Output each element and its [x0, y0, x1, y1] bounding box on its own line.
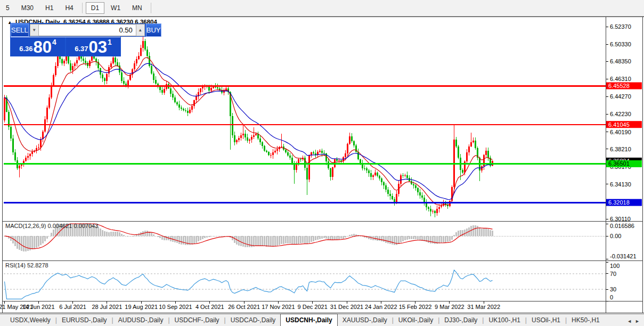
macd-indicator-label: MACD(12,26,9) 0.004621 0.007043: [5, 223, 98, 229]
timeframe-button-mn[interactable]: MN: [127, 2, 148, 14]
svg-text:0.00: 0.00: [610, 233, 621, 239]
rsi-indicator-label: RSI(14) 52.8278: [5, 262, 48, 268]
chart-tab-usdchf-daily[interactable]: USDCHF-,Daily: [170, 315, 224, 326]
chart-tab-ukoil-daily[interactable]: UKOil-,Daily: [394, 315, 438, 326]
time-axis[interactable]: 21 May 202114 Jun 20216 Jul 202128 Jul 2…: [0, 301, 500, 310]
svg-text:31 Mar 2022: 31 Mar 2022: [467, 304, 500, 310]
svg-text:9 Dec 2021: 9 Dec 2021: [298, 304, 328, 310]
sell-button[interactable]: SELL: [11, 23, 29, 37]
svg-text:6.32018: 6.32018: [608, 199, 630, 206]
chart-tab-audusd-daily[interactable]: AUDUSD-,Daily: [113, 315, 168, 326]
ma-slow-line: [5, 63, 493, 199]
svg-text:6.30110: 6.30110: [610, 216, 631, 222]
volume-stepper: ▼ ▲: [29, 23, 146, 37]
tab-scroll-right-icon[interactable]: ►: [635, 319, 640, 324]
volume-increase-button[interactable]: ▲: [136, 24, 145, 36]
svg-text:24 Jan 2022: 24 Jan 2022: [365, 304, 397, 310]
svg-text:6.34130: 6.34130: [610, 181, 631, 188]
bid-price-pip-digit: 4: [52, 38, 56, 46]
svg-text:6.36501: 6.36501: [608, 160, 630, 167]
svg-text:6.44270: 6.44270: [610, 93, 631, 100]
ask-price-pip-digit: 1: [108, 38, 112, 46]
rsi-panel: [4, 270, 606, 299]
timeframe-button-5[interactable]: 5: [1, 2, 15, 14]
chart-tab-eurusd-daily[interactable]: EURUSD-,Daily: [57, 315, 112, 326]
svg-text:6.46310: 6.46310: [610, 76, 631, 82]
chart-tab-uk100-h1[interactable]: UK100-,H1: [484, 315, 525, 326]
svg-text:19 Aug 2021: 19 Aug 2021: [125, 304, 158, 310]
svg-text:31 Dec 2021: 31 Dec 2021: [330, 304, 363, 310]
ask-price-big-digits: 03: [89, 40, 107, 55]
svg-text:6.45528: 6.45528: [608, 83, 630, 89]
svg-text:100: 100: [610, 263, 619, 269]
svg-text:-0.031421: -0.031421: [610, 253, 637, 259]
svg-text:9 Mar 2022: 9 Mar 2022: [435, 304, 464, 310]
timeframe-button-w1[interactable]: W1: [105, 2, 126, 14]
terminal-window: 5M30H1H4D1W1MN 6.523706.503306.483506.46…: [0, 0, 644, 326]
svg-text:6.48350: 6.48350: [610, 58, 631, 64]
bid-price-display[interactable]: 6.36 80 4: [11, 37, 66, 56]
chart-tab-usdcnh-daily[interactable]: USDCNH-,Daily: [280, 314, 337, 326]
timeframe-button-m30[interactable]: M30: [16, 2, 39, 14]
svg-text:28 Jul 2021: 28 Jul 2021: [92, 304, 122, 310]
svg-text:30: 30: [610, 286, 616, 292]
chart-tab-usdx-weekly[interactable]: USDX,Weekly: [5, 315, 55, 326]
ask-price-display[interactable]: 6.37 03 1: [66, 37, 120, 56]
chart-tab-hk50-h1[interactable]: HK50-,H1: [567, 315, 605, 326]
rsi-line: [5, 270, 493, 299]
ask-price-prefix: 6.37: [75, 45, 88, 53]
horizontal-level-lines[interactable]: [4, 86, 606, 202]
bid-price-prefix: 6.36: [19, 45, 32, 53]
volume-decrease-button[interactable]: ▼: [30, 24, 39, 36]
chart-tab-xauusd-daily[interactable]: XAUUSD-,Daily: [338, 315, 392, 326]
chart-tab-usdcad-daily[interactable]: USDCAD-,Daily: [226, 315, 281, 326]
volume-input[interactable]: [39, 24, 136, 36]
svg-text:6.50330: 6.50330: [610, 41, 631, 47]
svg-text:26 Oct 2021: 26 Oct 2021: [228, 304, 260, 310]
toolbar-separator: [151, 3, 151, 13]
macd-axis: 0.0165860.00-0.031421: [606, 223, 637, 259]
ma-fast-line: [5, 58, 493, 205]
svg-text:15 Feb 2022: 15 Feb 2022: [399, 304, 432, 310]
svg-text:70: 70: [610, 271, 616, 277]
svg-text:0: 0: [610, 294, 613, 300]
tab-scroll-left-icon[interactable]: ◄: [627, 319, 632, 324]
chart-tab-dj30-daily[interactable]: DJ30-,Daily: [439, 315, 482, 326]
timeframe-button-h4[interactable]: H4: [60, 2, 78, 14]
timeframe-button-h1[interactable]: H1: [40, 2, 59, 14]
svg-text:4 Oct 2021: 4 Oct 2021: [195, 304, 224, 310]
toolbar-separator: [82, 3, 83, 13]
rsi-axis: 10070300: [606, 262, 619, 301]
svg-text:6.38210: 6.38210: [610, 146, 631, 152]
timeframe-button-d1[interactable]: D1: [86, 2, 104, 14]
svg-text:6.42230: 6.42230: [610, 111, 631, 117]
svg-text:6.41045: 6.41045: [608, 121, 630, 128]
buy-button[interactable]: BUY: [146, 23, 161, 37]
one-click-trading-panel: SELL ▼ ▲ BUY 6.36 80 4 6.37 03 1: [11, 23, 120, 56]
svg-text:14 Jun 2021: 14 Jun 2021: [22, 304, 55, 310]
bid-price-big-digits: 80: [34, 40, 52, 55]
svg-text:17 Nov 2021: 17 Nov 2021: [262, 304, 295, 310]
svg-text:6 Jul 2021: 6 Jul 2021: [59, 304, 86, 310]
svg-text:0.016586: 0.016586: [610, 223, 634, 229]
svg-text:6.40190: 6.40190: [610, 129, 631, 135]
symbol-tab-bar: USDX,Weekly|EURUSD-,Daily|AUDUSD-,Daily|…: [0, 314, 644, 326]
price-axis[interactable]: 6.523706.503306.483506.463106.442706.422…: [606, 23, 642, 222]
svg-text:6.52370: 6.52370: [610, 23, 631, 30]
timeframe-toolbar: 5M30H1H4D1W1MN: [0, 0, 644, 17]
tab-scroll-buttons: ◄►: [627, 319, 644, 326]
chart-tab-usoil-h1[interactable]: USOil-,H1: [527, 315, 565, 326]
svg-text:10 Sep 2021: 10 Sep 2021: [159, 304, 192, 310]
